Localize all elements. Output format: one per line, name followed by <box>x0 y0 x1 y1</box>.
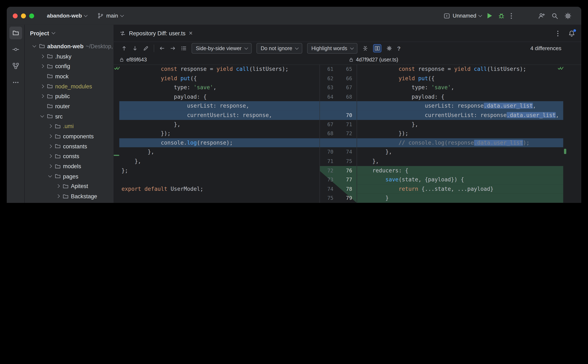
tree-item-components[interactable]: components <box>25 131 113 141</box>
apply-right-button[interactable] <box>170 45 176 52</box>
tab-close-button[interactable]: × <box>189 30 192 36</box>
code-line-left[interactable]: export default UserModel; <box>119 184 319 194</box>
code-line-right[interactable]: // console.log(response.data.user_list); <box>357 138 563 147</box>
code-line-right[interactable]: save(state, {payload}) { <box>357 175 563 184</box>
apply-left-button[interactable] <box>159 45 165 52</box>
code-line-left[interactable]: const response = yield call(listUsers); <box>119 64 319 74</box>
tree-item-backstage[interactable]: Backstage <box>25 191 113 201</box>
code-line-left[interactable]: console.log(response); <box>119 138 319 147</box>
close-button[interactable] <box>13 13 18 18</box>
right-marker-strip[interactable] <box>563 64 567 203</box>
code-line-right[interactable]: }, <box>357 147 563 156</box>
chevron-down-icon <box>295 46 299 50</box>
tree-item-pages[interactable]: pages <box>25 171 113 181</box>
code-line-right[interactable]: currentUserList: response.data.user_list… <box>357 110 563 120</box>
more-toolwindows-button[interactable] <box>9 76 22 89</box>
code-line-left[interactable]: }, <box>119 157 319 166</box>
help-button[interactable]: ? <box>397 45 400 52</box>
code-line-right[interactable]: }, <box>357 120 563 129</box>
tree-item-apitest[interactable]: Apitest <box>25 181 113 191</box>
code-line-left[interactable]: }); <box>119 129 319 138</box>
code-line-right[interactable]: yield put({ <box>357 74 563 83</box>
editor-more-button[interactable] <box>557 31 558 36</box>
tree-item-node-modules[interactable]: node_modules <box>25 81 113 91</box>
tree-item-public[interactable]: public <box>25 91 113 101</box>
tree-item--umi[interactable]: .umi <box>25 121 113 131</box>
notifications-button[interactable] <box>568 30 575 37</box>
zoom-button[interactable] <box>29 13 34 18</box>
run-configuration-select[interactable]: Unnamed <box>444 13 482 19</box>
code-line-right[interactable]: return {...state, ...payload} <box>357 184 563 194</box>
code-line-left[interactable]: }, <box>119 120 319 129</box>
more-actions-button[interactable] <box>511 13 512 19</box>
debug-button[interactable] <box>498 12 505 19</box>
tree-item-router[interactable]: router <box>25 101 113 111</box>
edit-button[interactable] <box>143 45 149 52</box>
code-line-left[interactable] <box>119 175 319 184</box>
project-toolwindow-button[interactable] <box>9 26 22 39</box>
tree-item-consts[interactable]: consts <box>25 151 113 161</box>
sync-scroll-toggle[interactable] <box>373 44 381 52</box>
editor-tab-repository-diff[interactable]: Repository Diff: user.ts × <box>120 30 192 36</box>
left-line-number: 63 <box>320 83 334 92</box>
change-marker <box>113 155 119 156</box>
highlight-policy-select[interactable]: Highlight words <box>307 43 357 53</box>
previous-difference-button[interactable] <box>121 45 127 52</box>
left-line-number: 72 <box>320 166 334 175</box>
code-line-left[interactable] <box>119 203 319 203</box>
viewer-mode-select[interactable]: Side-by-side viewer <box>192 43 251 53</box>
tree-item-config[interactable]: config <box>25 61 113 71</box>
code-line-left[interactable]: type: 'save', <box>119 83 319 92</box>
diff-settings-button[interactable] <box>386 45 392 52</box>
log-icon[interactable] <box>181 45 187 52</box>
tree-item-src[interactable]: src <box>25 111 113 121</box>
project-panel-header[interactable]: Project <box>25 25 113 41</box>
code-line-left[interactable]: currentUserList: response, <box>119 110 319 120</box>
right-line-number: 75 <box>333 157 352 166</box>
chevron-down-icon <box>32 44 37 49</box>
search-button[interactable] <box>551 12 558 19</box>
commit-toolwindow-button[interactable] <box>9 43 22 56</box>
code-line-right[interactable]: type: 'save', <box>357 83 563 92</box>
tree-item-constants[interactable]: constants <box>25 141 113 151</box>
branch-switcher[interactable]: main <box>98 13 123 19</box>
ignore-policy-select[interactable]: Do not ignore <box>257 43 302 53</box>
code-line-right[interactable]: }); <box>357 129 563 138</box>
viewer-mode-value: Side-by-side viewer <box>196 45 242 52</box>
diff-left-pane[interactable]: const response = yield call(listUsers); … <box>119 64 319 203</box>
code-line-left[interactable]: userList: response, <box>119 101 319 110</box>
code-line-left[interactable]: }; <box>119 166 319 175</box>
minimize-button[interactable] <box>21 13 26 18</box>
structure-toolwindow-button[interactable] <box>9 59 22 72</box>
code-line-right[interactable]: payload: { <box>357 92 563 101</box>
code-line-right[interactable]: } <box>357 194 563 203</box>
tree-item--husky[interactable]: .husky <box>25 51 113 61</box>
titlebar-actions: Unnamed <box>444 12 581 19</box>
tree-item-mock[interactable]: mock <box>25 71 113 81</box>
add-user-button[interactable] <box>538 12 545 19</box>
collapse-unchanged-button[interactable] <box>362 45 368 52</box>
tree-item-path: ~/Desktop, <box>86 43 113 49</box>
tree-item-dashboard[interactable]: Dashboard <box>25 201 113 203</box>
code-line-left[interactable]: yield put({ <box>119 74 319 83</box>
project-switcher[interactable]: abandon-web <box>47 13 87 19</box>
code-line-right[interactable]: }, <box>357 203 563 203</box>
code-line-right[interactable]: reducers: { <box>357 166 563 175</box>
code-line-right[interactable]: userList: response.data.user_list, <box>357 101 563 110</box>
gutter-row: 7074 <box>320 147 357 156</box>
code-line-left[interactable] <box>119 194 319 203</box>
code-line-right[interactable]: const response = yield call(listUsers); <box>357 64 563 74</box>
tree-item-models[interactable]: models <box>25 161 113 171</box>
folder-icon <box>55 143 61 149</box>
gutter-row: 7276 <box>320 166 357 175</box>
gutter-row: 6165 <box>320 64 357 74</box>
settings-button[interactable] <box>564 12 571 19</box>
next-difference-button[interactable] <box>132 45 138 52</box>
run-button[interactable] <box>487 13 492 18</box>
diff-right-pane[interactable]: const response = yield call(listUsers); … <box>357 64 563 203</box>
tree-item-abandon-web[interactable]: abandon-web ~/Desktop, <box>25 41 113 51</box>
left-marker-strip[interactable] <box>113 64 119 203</box>
code-line-left[interactable]: payload: { <box>119 92 319 101</box>
code-line-right[interactable]: }, <box>357 157 563 166</box>
code-line-left[interactable]: }, <box>119 147 319 156</box>
